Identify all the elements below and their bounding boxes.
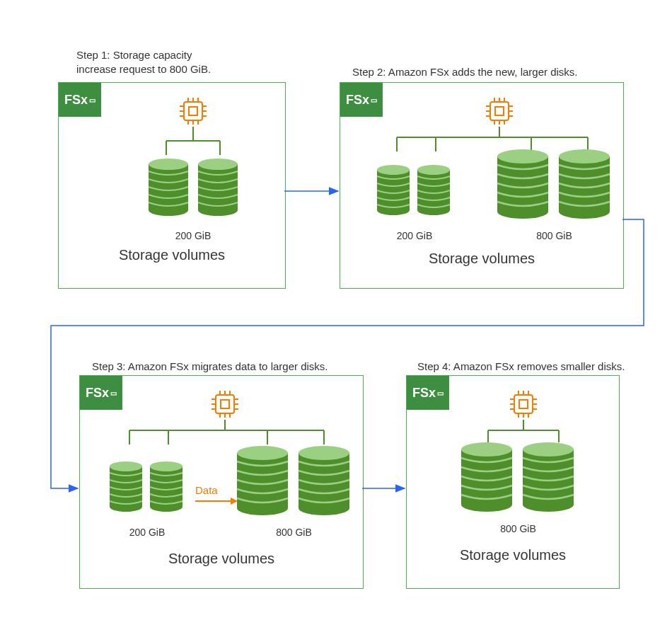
fsx-badge-icon: FSx▭ bbox=[340, 83, 383, 117]
data-arrow-icon bbox=[195, 496, 238, 506]
svg-rect-70 bbox=[519, 400, 528, 408]
cpu-icon bbox=[207, 386, 243, 422]
disk-size-label: 800 GiB bbox=[492, 230, 616, 241]
disk-group-small: 200 GiB bbox=[144, 154, 243, 241]
disk-small-icon bbox=[372, 161, 457, 224]
disk-group-small: 200 GiB bbox=[372, 161, 457, 241]
disk-group-large: 800 GiB bbox=[492, 147, 616, 241]
step-3-box: FSx▭ 200 GiB Data 800 GiB Storage volume… bbox=[79, 375, 364, 589]
disk-small-icon bbox=[144, 154, 243, 224]
step-4-label: Step 4: Amazon FSx removes smaller disks… bbox=[417, 360, 625, 374]
step-1-label: Step 1: Storage capacity increase reques… bbox=[76, 48, 211, 76]
step-4-box: FSx▭ 800 GiB Storage volumes bbox=[406, 375, 620, 589]
disk-size-label: 800 GiB bbox=[232, 527, 356, 538]
storage-volumes-caption: Storage volumes bbox=[80, 551, 363, 567]
svg-rect-48 bbox=[221, 400, 229, 408]
disk-large-icon bbox=[456, 440, 580, 517]
cpu-icon bbox=[175, 93, 211, 129]
storage-volumes-caption: Storage volumes bbox=[59, 247, 285, 263]
disk-size-label: 200 GiB bbox=[372, 230, 457, 241]
disk-group-small: 200 GiB bbox=[105, 457, 190, 538]
disk-group-large: 800 GiB bbox=[456, 440, 580, 534]
cpu-icon bbox=[482, 93, 517, 129]
step-2-label: Step 2: Amazon FSx adds the new, larger … bbox=[352, 65, 578, 79]
storage-volumes-caption: Storage volumes bbox=[340, 251, 623, 267]
svg-rect-0 bbox=[184, 102, 202, 120]
step-2-box: FSx▭ 200 GiB 800 GiB Storage volumes bbox=[340, 82, 624, 289]
svg-rect-21 bbox=[490, 102, 509, 120]
disk-large-icon bbox=[492, 147, 616, 224]
disk-large-icon bbox=[232, 443, 356, 521]
storage-volumes-caption: Storage volumes bbox=[407, 547, 619, 563]
disk-size-label: 200 GiB bbox=[105, 527, 190, 538]
disk-size-label: 800 GiB bbox=[456, 523, 580, 534]
cpu-icon bbox=[506, 386, 541, 422]
disk-size-label: 200 GiB bbox=[144, 230, 243, 241]
fsx-badge-icon: FSx▭ bbox=[59, 83, 101, 117]
disk-small-icon bbox=[105, 457, 190, 521]
svg-rect-47 bbox=[216, 395, 234, 413]
disk-group-large: 800 GiB bbox=[232, 443, 356, 538]
fsx-badge-icon: FSx▭ bbox=[407, 376, 449, 410]
data-migration-label: Data bbox=[195, 484, 238, 508]
svg-rect-22 bbox=[495, 107, 504, 115]
svg-rect-1 bbox=[189, 107, 197, 115]
fsx-badge-icon: FSx▭ bbox=[80, 376, 122, 410]
step-1-box: FSx▭ 200 GiB Storage volumes bbox=[58, 82, 286, 289]
svg-rect-69 bbox=[514, 395, 533, 413]
step-3-label: Step 3: Amazon FSx migrates data to larg… bbox=[92, 360, 328, 374]
